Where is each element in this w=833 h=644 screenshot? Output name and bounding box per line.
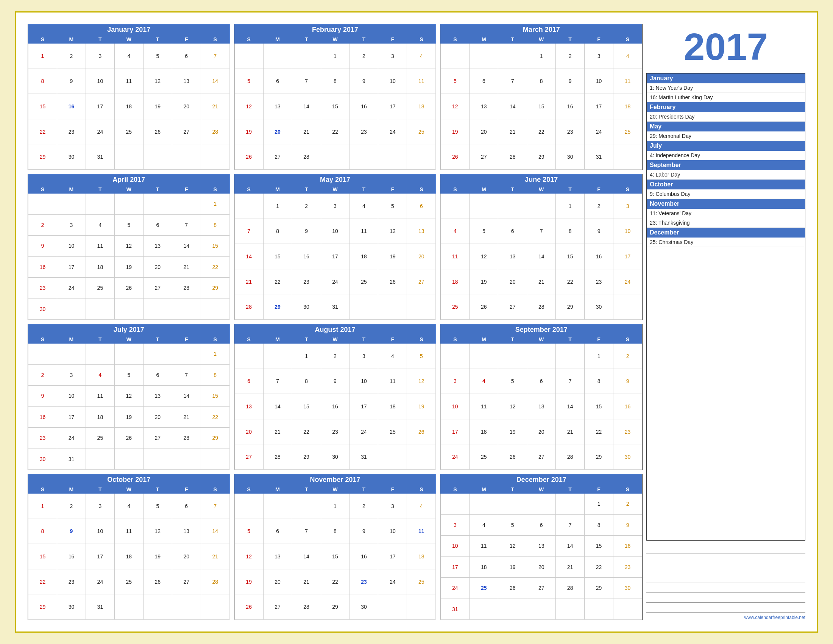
calendar-day: 9 <box>613 369 642 394</box>
calendar-day <box>498 494 527 515</box>
calendar-day: 1 <box>527 43 556 69</box>
calendar-day: 13 <box>263 544 292 569</box>
calendar-day: 27 <box>172 569 201 594</box>
month-header-5: June 2017 <box>441 174 642 185</box>
note-line-2 <box>646 554 806 564</box>
calendar-day: 21 <box>201 94 230 119</box>
calendar-day: 16 <box>585 244 613 269</box>
calendar-day: 2 <box>292 193 321 219</box>
calendar-day: 14 <box>292 544 321 569</box>
calendar-day: 22 <box>527 119 556 144</box>
calendar-day: 6 <box>470 69 498 94</box>
calendar-day: 26 <box>378 269 407 295</box>
calendar-day <box>57 344 85 365</box>
calendar-day: 18 <box>85 406 114 428</box>
day-header: T <box>556 186 585 193</box>
calendar-day: 24 <box>585 119 613 144</box>
calendar-day: 9 <box>28 386 57 407</box>
calendar-day: 17 <box>378 94 407 119</box>
calendar-day: 26 <box>114 278 143 299</box>
day-header: S <box>201 35 230 43</box>
note-line-4 <box>646 574 806 583</box>
calendar-day <box>441 43 470 69</box>
calendar-day: 8 <box>585 369 613 394</box>
calendar-day: 22 <box>292 419 321 444</box>
calendar-day: 31 <box>349 444 378 470</box>
calendar-day <box>172 193 201 215</box>
calendar-day <box>585 599 613 620</box>
month-january2017: January 2017SMTWTFS123456789101112131415… <box>27 24 230 170</box>
calendar-day: 8 <box>292 369 321 394</box>
holiday-item: 11: Veterans' Day <box>647 209 805 218</box>
calendar-day: 31 <box>85 144 114 170</box>
sidebar: 2017 January1: New Year's Day16: Martin … <box>646 24 806 620</box>
calendar-day: 1 <box>263 193 292 219</box>
calendar-day: 19 <box>234 119 263 144</box>
day-header: F <box>172 486 201 494</box>
calendar-day: 26 <box>441 144 470 170</box>
calendar-day: 16 <box>613 536 642 557</box>
calendar-day: 22 <box>585 419 613 444</box>
calendar-day: 29 <box>292 444 321 470</box>
calendars-grid: January 2017SMTWTFS123456789101112131415… <box>27 24 643 620</box>
calendar-day: 6 <box>263 69 292 94</box>
calendar-day: 21 <box>292 569 321 594</box>
calendar-day <box>114 344 143 365</box>
calendar-day <box>527 599 556 620</box>
calendar-day: 31 <box>57 449 85 470</box>
calendar-day: 23 <box>57 119 85 144</box>
calendar-day: 23 <box>28 278 57 299</box>
day-header: S <box>28 336 57 344</box>
calendar-day: 19 <box>498 557 527 578</box>
calendar-day: 29 <box>556 295 585 320</box>
calendar-day: 12 <box>470 244 498 269</box>
calendar-day: 4 <box>470 514 498 536</box>
day-header: S <box>407 186 436 193</box>
calendar-day: 15 <box>28 544 57 569</box>
calendar-day: 22 <box>321 119 349 144</box>
calendar-day: 8 <box>527 69 556 94</box>
calendar-day: 26 <box>143 119 172 144</box>
holiday-item: 4: Labor Day <box>647 170 805 180</box>
calendar-day <box>349 295 378 320</box>
day-header: S <box>441 186 470 193</box>
calendar-day: 8 <box>28 69 57 94</box>
calendar-day: 20 <box>263 119 292 144</box>
calendar-day: 2 <box>57 494 85 519</box>
calendar-day: 3 <box>57 364 85 386</box>
calendar-day: 24 <box>349 419 378 444</box>
calendar-day: 10 <box>441 536 470 557</box>
day-header: S <box>234 35 263 43</box>
calendar-day <box>201 144 230 170</box>
calendar-day <box>85 449 114 470</box>
calendar-day: 19 <box>143 94 172 119</box>
day-header: S <box>613 486 642 494</box>
calendar-day: 4 <box>613 43 642 69</box>
calendar-day: 28 <box>527 295 556 320</box>
calendar-day: 29 <box>321 594 349 620</box>
calendar-day: 1 <box>292 344 321 369</box>
calendar-day: 18 <box>85 256 114 278</box>
calendar-day: 19 <box>234 569 263 594</box>
calendar-day: 12 <box>407 369 436 394</box>
calendar-day: 19 <box>114 406 143 428</box>
calendar-day: 22 <box>201 406 230 428</box>
calendar-day <box>407 295 436 320</box>
calendar-day: 6 <box>143 214 172 236</box>
day-header: M <box>263 186 292 193</box>
calendar-day: 15 <box>585 394 613 419</box>
calendar-day: 25 <box>114 569 143 594</box>
calendar-day: 18 <box>114 94 143 119</box>
calendar-day: 7 <box>556 514 585 536</box>
day-header: S <box>441 486 470 494</box>
day-header: M <box>470 35 498 43</box>
day-header: W <box>527 486 556 494</box>
calendar-day: 23 <box>321 419 349 444</box>
calendar-day: 17 <box>57 256 85 278</box>
calendar-day: 18 <box>407 544 436 569</box>
calendar-day: 1 <box>321 494 349 519</box>
calendar-day: 28 <box>292 144 321 170</box>
calendar-day: 5 <box>441 69 470 94</box>
calendar-day: 28 <box>234 295 263 320</box>
calendar-day: 6 <box>407 193 436 219</box>
